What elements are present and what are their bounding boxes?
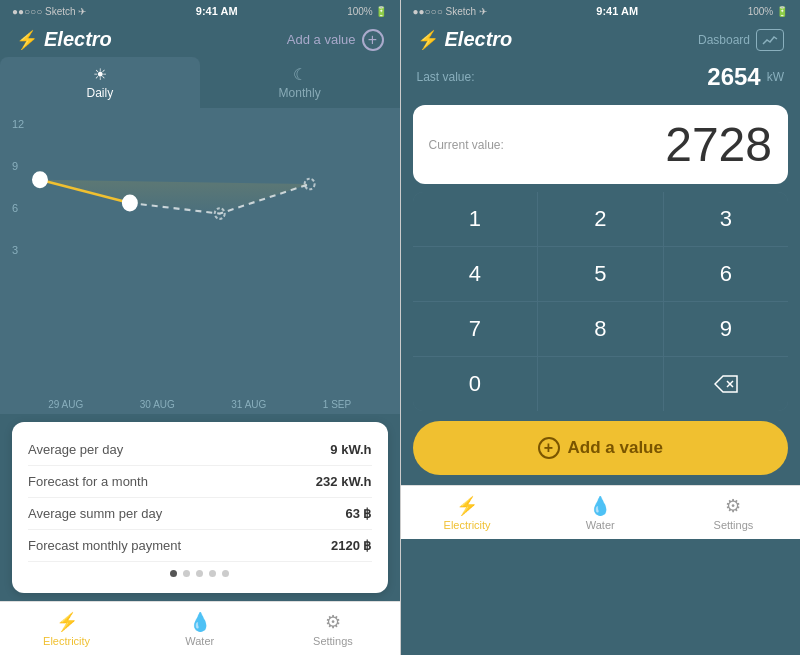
tab-monthly-label: Monthly — [279, 86, 321, 100]
logo-icon-right: ⚡ — [417, 29, 439, 51]
app-title-right: Electro — [445, 28, 698, 51]
nav-water-label-left: Water — [185, 635, 214, 647]
chart-area: 12 9 6 3 29 AUG — [0, 108, 400, 414]
left-panel: ●●○○○ Sketch ✈ 9:41 AM 100% 🔋 ⚡ Electro … — [0, 0, 400, 655]
nav-electricity-label-left: Electricity — [43, 635, 90, 647]
numpad-0[interactable]: 0 — [413, 357, 538, 411]
electricity-icon-right: ⚡ — [456, 495, 478, 517]
status-left-right: ●●○○○ Sketch ✈ — [413, 6, 487, 17]
svg-point-2 — [123, 196, 137, 211]
last-value-row: Last value: 2654 kW — [401, 57, 801, 97]
stat-row-avg-sum: Average summ per day 63 ฿ — [28, 498, 372, 530]
electricity-icon-left: ⚡ — [56, 611, 78, 633]
dot-3 — [196, 570, 203, 577]
dot-4 — [209, 570, 216, 577]
numpad-6[interactable]: 6 — [664, 247, 789, 301]
current-value-label: Current value: — [429, 138, 504, 152]
moon-icon: ☾ — [293, 65, 307, 84]
dot-1 — [170, 570, 177, 577]
chart-svg — [30, 108, 400, 298]
stat-row-forecast-pay: Forecast monthly payment 2120 ฿ — [28, 530, 372, 562]
nav-settings-label-right: Settings — [714, 519, 754, 531]
add-circle-icon: + — [362, 29, 384, 51]
add-value-label: Add a value — [287, 32, 356, 47]
status-bar-left: ●●○○○ Sketch ✈ 9:41 AM 100% 🔋 — [0, 0, 400, 22]
numpad-3[interactable]: 3 — [664, 192, 789, 246]
numpad-1[interactable]: 1 — [413, 192, 538, 246]
chart-y-labels: 12 9 6 3 — [12, 118, 24, 256]
numpad-5[interactable]: 5 — [538, 247, 663, 301]
tab-daily-label: Daily — [87, 86, 114, 100]
page-dots — [28, 562, 372, 581]
nav-electricity-label-right: Electricity — [444, 519, 491, 531]
settings-icon-left: ⚙ — [325, 611, 341, 633]
numpad-2[interactable]: 2 — [538, 192, 663, 246]
app-title-left: Electro — [44, 28, 287, 51]
stat-value-avg-sum: 63 ฿ — [345, 506, 371, 521]
tab-daily[interactable]: ☀ Daily — [0, 57, 200, 108]
add-value-btn-label: Add a value — [568, 438, 663, 458]
svg-point-1 — [33, 172, 47, 187]
nav-electricity-right[interactable]: ⚡ Electricity — [401, 486, 534, 539]
tab-monthly[interactable]: ☾ Monthly — [200, 57, 400, 108]
chart-tabs: ☀ Daily ☾ Monthly — [0, 57, 400, 108]
status-time-left: 9:41 AM — [196, 5, 238, 17]
right-panel: ●●○○○ Sketch ✈ 9:41 AM 100% 🔋 ⚡ Electro … — [401, 0, 801, 655]
add-value-button[interactable]: + Add a value — [413, 421, 789, 475]
status-left: ●●○○○ Sketch ✈ — [12, 6, 86, 17]
stat-label-forecast-pay: Forecast monthly payment — [28, 538, 181, 553]
dot-5 — [222, 570, 229, 577]
status-battery-left: 100% 🔋 — [347, 6, 387, 17]
numpad: 1 2 3 4 5 6 7 8 9 0 — [413, 192, 789, 411]
settings-icon-right: ⚙ — [725, 495, 741, 517]
numpad-7[interactable]: 7 — [413, 302, 538, 356]
stat-label-avg-day: Average per day — [28, 442, 123, 457]
nav-water-label-right: Water — [586, 519, 615, 531]
add-plus-icon: + — [538, 437, 560, 459]
last-value-unit: kW — [767, 70, 784, 84]
status-bar-right: ●●○○○ Sketch ✈ 9:41 AM 100% 🔋 — [401, 0, 801, 22]
stat-value-forecast-pay: 2120 ฿ — [331, 538, 372, 553]
numpad-empty — [538, 357, 663, 411]
logo-icon-left: ⚡ — [16, 29, 38, 51]
stat-value-forecast-month: 232 kW.h — [316, 474, 372, 489]
status-time-right: 9:41 AM — [596, 5, 638, 17]
last-value-number: 2654 — [707, 63, 760, 91]
stat-label-forecast-month: Forecast for a month — [28, 474, 148, 489]
nav-water-right[interactable]: 💧 Water — [534, 486, 667, 539]
dot-2 — [183, 570, 190, 577]
bottom-nav-right: ⚡ Electricity 💧 Water ⚙ Settings — [401, 485, 801, 539]
last-value-label: Last value: — [417, 70, 708, 84]
stat-label-avg-sum: Average summ per day — [28, 506, 162, 521]
sun-icon: ☀ — [93, 65, 107, 84]
bottom-nav-left: ⚡ Electricity 💧 Water ⚙ Settings — [0, 601, 400, 655]
stat-row-forecast-month: Forecast for a month 232 kW.h — [28, 466, 372, 498]
numpad-8[interactable]: 8 — [538, 302, 663, 356]
dashboard-button[interactable]: Dasboard — [698, 29, 784, 51]
dashboard-label: Dasboard — [698, 33, 750, 47]
numpad-4[interactable]: 4 — [413, 247, 538, 301]
stat-value-avg-day: 9 kW.h — [330, 442, 371, 457]
nav-settings-label-left: Settings — [313, 635, 353, 647]
water-icon-left: 💧 — [189, 611, 211, 633]
add-value-header-button[interactable]: Add a value + — [287, 29, 384, 51]
dashboard-icon — [756, 29, 784, 51]
water-icon-right: 💧 — [589, 495, 611, 517]
nav-settings-left[interactable]: ⚙ Settings — [266, 602, 399, 655]
status-battery-right: 100% 🔋 — [748, 6, 788, 17]
header-right: ⚡ Electro Dasboard — [401, 22, 801, 57]
nav-water-left[interactable]: 💧 Water — [133, 602, 266, 655]
current-value-card: Current value: 2728 — [413, 105, 789, 184]
nav-settings-right[interactable]: ⚙ Settings — [667, 486, 800, 539]
header-left: ⚡ Electro Add a value + — [0, 22, 400, 57]
stats-card: Average per day 9 kW.h Forecast for a mo… — [12, 422, 388, 593]
current-value-number: 2728 — [665, 117, 772, 172]
numpad-9[interactable]: 9 — [664, 302, 789, 356]
nav-electricity-left[interactable]: ⚡ Electricity — [0, 602, 133, 655]
stat-row-avg-day: Average per day 9 kW.h — [28, 434, 372, 466]
chart-x-labels: 29 AUG 30 AUG 31 AUG 1 SEP — [0, 399, 400, 410]
numpad-backspace[interactable] — [664, 357, 789, 411]
